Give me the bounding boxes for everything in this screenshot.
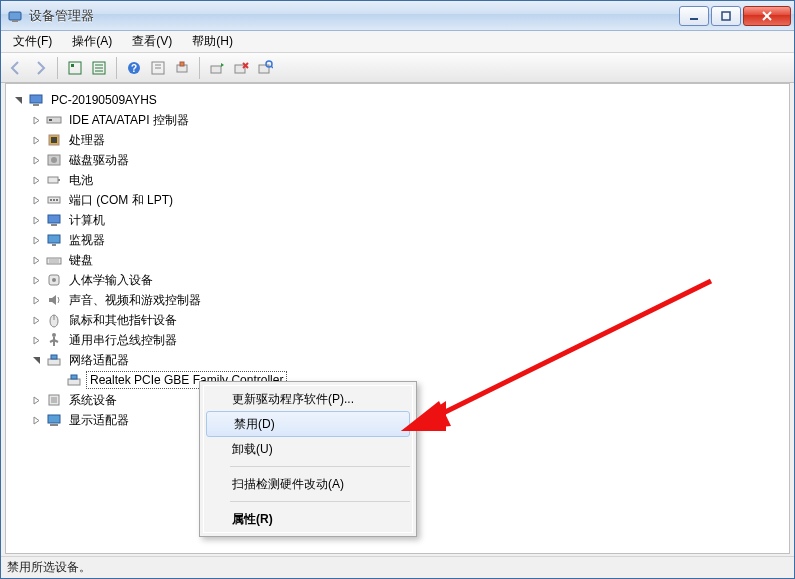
ctx-properties[interactable]: 属性(R) xyxy=(204,506,412,532)
tree-category[interactable]: 磁盘驱动器 xyxy=(10,150,785,170)
monitor-icon xyxy=(46,232,62,248)
device-props-button[interactable] xyxy=(171,57,193,79)
tree-category-label: 处理器 xyxy=(66,131,108,150)
show-hidden-button[interactable] xyxy=(147,57,169,79)
tree-category-label: 磁盘驱动器 xyxy=(66,151,132,170)
menu-file[interactable]: 文件(F) xyxy=(5,31,60,52)
tree-category-label: 网络适配器 xyxy=(66,351,132,370)
tree-category-label: 显示适配器 xyxy=(66,411,132,430)
uninstall-button[interactable] xyxy=(230,57,252,79)
tree-category[interactable]: 电池 xyxy=(10,170,785,190)
mouse-icon xyxy=(46,312,62,328)
expand-icon[interactable] xyxy=(28,312,44,328)
tree-category-label: 键盘 xyxy=(66,251,96,270)
expand-icon[interactable] xyxy=(28,132,44,148)
nav-forward-button[interactable] xyxy=(29,57,51,79)
svg-rect-29 xyxy=(49,119,52,121)
svg-rect-41 xyxy=(51,224,57,226)
sound-icon xyxy=(46,292,62,308)
tree-category-label: 计算机 xyxy=(66,211,108,230)
expand-icon[interactable] xyxy=(28,392,44,408)
toolbar-separator xyxy=(199,57,200,79)
ctx-separator xyxy=(230,501,410,502)
expand-icon[interactable] xyxy=(28,352,44,368)
ctx-separator xyxy=(230,466,410,467)
keyboard-icon xyxy=(46,252,62,268)
menubar: 文件(F) 操作(A) 查看(V) 帮助(H) xyxy=(1,31,794,53)
expand-icon[interactable] xyxy=(28,412,44,428)
view-small-icon[interactable] xyxy=(64,57,86,79)
tree-category[interactable]: 键盘 xyxy=(10,250,785,270)
expand-icon[interactable] xyxy=(28,332,44,348)
computer-icon xyxy=(46,212,62,228)
tree-category[interactable]: 声音、视频和游戏控制器 xyxy=(10,290,785,310)
ctx-scan-hardware[interactable]: 扫描检测硬件改动(A) xyxy=(204,471,412,497)
expand-icon[interactable] xyxy=(28,272,44,288)
tree-category[interactable]: 处理器 xyxy=(10,130,785,150)
menu-view[interactable]: 查看(V) xyxy=(124,31,180,52)
toolbar: ? xyxy=(1,53,794,83)
expand-icon[interactable] xyxy=(28,252,44,268)
svg-rect-19 xyxy=(211,66,221,73)
svg-point-37 xyxy=(50,199,52,201)
svg-point-51 xyxy=(52,333,56,337)
view-list-icon[interactable] xyxy=(88,57,110,79)
maximize-button[interactable] xyxy=(711,6,741,26)
svg-rect-34 xyxy=(48,177,58,183)
expand-icon[interactable] xyxy=(28,152,44,168)
disk-icon xyxy=(46,152,62,168)
hid-icon xyxy=(46,272,62,288)
expand-icon[interactable] xyxy=(10,92,26,108)
ctx-uninstall[interactable]: 卸载(U) xyxy=(204,436,412,462)
device-manager-window: 设备管理器 文件(F) 操作(A) 查看(V) 帮助(H) ? xyxy=(0,0,795,579)
svg-rect-6 xyxy=(69,62,81,74)
menu-help[interactable]: 帮助(H) xyxy=(184,31,241,52)
expand-icon[interactable] xyxy=(28,112,44,128)
computer-icon xyxy=(28,92,44,108)
expand-icon[interactable] xyxy=(28,212,44,228)
svg-rect-43 xyxy=(52,244,56,246)
svg-rect-55 xyxy=(48,359,60,365)
tree-category-label: 声音、视频和游戏控制器 xyxy=(66,291,204,310)
ctx-disable[interactable]: 禁用(D) xyxy=(206,411,410,437)
network-icon xyxy=(46,352,62,368)
svg-line-25 xyxy=(271,66,273,68)
tree-category[interactable]: 监视器 xyxy=(10,230,785,250)
svg-point-38 xyxy=(53,199,55,201)
help-button[interactable]: ? xyxy=(123,57,145,79)
tree-category[interactable]: 鼠标和其他指针设备 xyxy=(10,310,785,330)
ctx-update-driver[interactable]: 更新驱动程序软件(P)... xyxy=(204,386,412,412)
expand-icon[interactable] xyxy=(28,192,44,208)
close-button[interactable] xyxy=(743,6,791,26)
svg-rect-56 xyxy=(51,355,57,359)
tree-category-label: 通用串行总线控制器 xyxy=(66,331,180,350)
port-icon xyxy=(46,192,62,208)
expand-icon[interactable] xyxy=(28,232,44,248)
window-title: 设备管理器 xyxy=(29,7,679,25)
svg-rect-26 xyxy=(30,95,42,103)
tree-category-label: 系统设备 xyxy=(66,391,120,410)
tree-root-label: PC-20190509AYHS xyxy=(48,92,160,108)
network-adapter-icon xyxy=(66,372,82,388)
svg-rect-60 xyxy=(51,397,57,403)
nav-back-button[interactable] xyxy=(5,57,27,79)
svg-rect-27 xyxy=(33,104,39,106)
minimize-button[interactable] xyxy=(679,6,709,26)
tree-category[interactable]: 通用串行总线控制器 xyxy=(10,330,785,350)
menu-action[interactable]: 操作(A) xyxy=(64,31,120,52)
tree-category[interactable]: IDE ATA/ATAPI 控制器 xyxy=(10,110,785,130)
tree-category[interactable]: 网络适配器 xyxy=(10,350,785,370)
svg-rect-0 xyxy=(9,12,21,20)
statusbar: 禁用所选设备。 xyxy=(1,556,794,578)
scan-hardware-button[interactable] xyxy=(254,57,276,79)
tree-category[interactable]: 端口 (COM 和 LPT) xyxy=(10,190,785,210)
tree-category-label: 电池 xyxy=(66,171,96,190)
expand-icon[interactable] xyxy=(28,172,44,188)
expand-icon[interactable] xyxy=(28,292,44,308)
toolbar-separator xyxy=(116,57,117,79)
status-text: 禁用所选设备。 xyxy=(7,559,91,576)
tree-category[interactable]: 人体学输入设备 xyxy=(10,270,785,290)
tree-root[interactable]: PC-20190509AYHS xyxy=(10,90,785,110)
update-driver-button[interactable] xyxy=(206,57,228,79)
tree-category[interactable]: 计算机 xyxy=(10,210,785,230)
